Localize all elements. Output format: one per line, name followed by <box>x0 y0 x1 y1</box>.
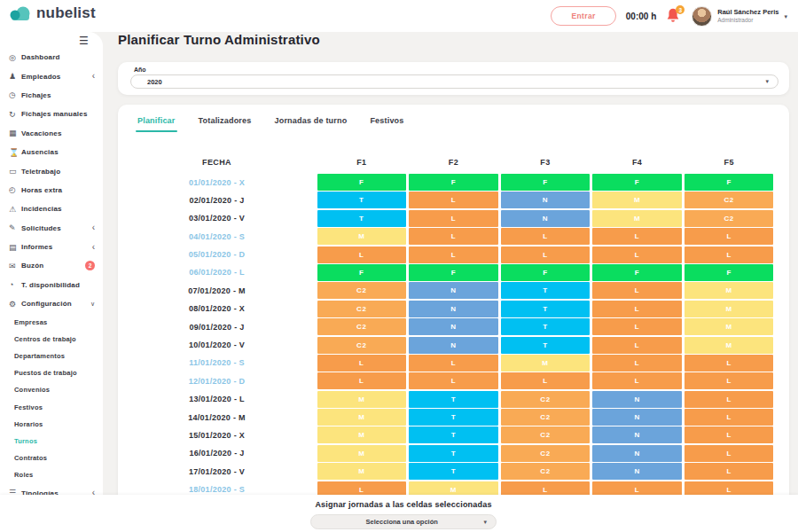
shift-cell-m[interactable]: M <box>501 355 591 372</box>
shift-cell-n[interactable]: N <box>409 301 498 317</box>
brand-logo[interactable]: nubelist <box>9 4 96 22</box>
shift-cell-c2[interactable]: C2 <box>317 282 407 299</box>
shift-cell-c2[interactable]: C2 <box>501 463 591 480</box>
shift-cell-n[interactable]: N <box>592 445 682 462</box>
shift-cell-l[interactable]: L <box>409 210 498 227</box>
shift-cell-c2[interactable]: C2 <box>501 426 591 443</box>
shift-cell-l[interactable]: L <box>685 409 774 426</box>
shift-cell-m[interactable]: M <box>685 282 774 299</box>
shift-cell-l[interactable]: L <box>685 372 774 389</box>
tab-festivos[interactable]: Festivos <box>370 116 403 125</box>
sidebar-subitem-centros-de-trabajo[interactable]: Centros de trabajo <box>0 331 103 348</box>
shift-cell-l[interactable]: L <box>501 228 591 245</box>
shift-cell-l[interactable]: L <box>592 355 682 372</box>
sidebar-item-t-disponibilidad[interactable]: ◔ T. disponibilidad <box>0 276 103 294</box>
shift-cell-l[interactable]: L <box>592 337 682 354</box>
shift-cell-l[interactable]: L <box>501 372 591 389</box>
shift-cell-n[interactable]: N <box>501 192 591 208</box>
shift-cell-t[interactable]: T <box>501 282 591 299</box>
shift-cell-l[interactable]: L <box>685 445 774 462</box>
shift-cell-c2[interactable]: C2 <box>685 192 774 208</box>
sidebar-subitem-horarios[interactable]: Horarios <box>0 416 103 433</box>
shift-cell-l[interactable]: L <box>317 246 407 263</box>
shift-cell-m[interactable]: M <box>592 192 682 208</box>
shift-cell-n[interactable]: N <box>592 409 682 426</box>
shift-cell-l[interactable]: L <box>409 372 498 389</box>
shift-cell-n[interactable]: N <box>409 282 498 299</box>
shift-cell-m[interactable]: M <box>685 318 774 335</box>
shift-cell-t[interactable]: T <box>409 426 498 443</box>
shift-cell-l[interactable]: L <box>592 282 682 299</box>
shift-cell-f[interactable]: F <box>409 174 498 191</box>
shift-cell-m[interactable]: M <box>317 409 407 426</box>
shift-cell-f[interactable]: F <box>592 174 682 191</box>
shift-cell-l[interactable]: L <box>592 372 682 389</box>
shift-cell-l[interactable]: L <box>501 246 591 263</box>
shift-cell-l[interactable]: L <box>685 463 774 480</box>
menu-toggle-icon[interactable]: ☰ <box>79 35 89 47</box>
shift-cell-l[interactable]: L <box>592 301 682 317</box>
shift-cell-c2[interactable]: C2 <box>317 337 407 354</box>
assign-select[interactable]: Selecciona una opción ▾ <box>310 514 497 529</box>
sidebar-item-buzon[interactable]: ✉ Buzón 2 <box>0 256 103 275</box>
shift-cell-l[interactable]: L <box>685 246 774 263</box>
shift-cell-f[interactable]: F <box>317 264 407 281</box>
shift-cell-c2[interactable]: C2 <box>501 409 591 426</box>
shift-cell-t[interactable]: T <box>409 409 498 426</box>
shift-cell-l[interactable]: L <box>409 246 498 263</box>
shift-cell-m[interactable]: M <box>317 445 407 462</box>
shift-cell-l[interactable]: L <box>685 355 774 372</box>
shift-cell-l[interactable]: L <box>592 228 682 245</box>
sidebar-item-configuracion[interactable]: ⚙ Configuración ∨ <box>0 294 103 313</box>
sidebar-subitem-contratos[interactable]: Contratos <box>0 450 103 466</box>
sidebar-subitem-empresas[interactable]: Empresas <box>0 313 103 330</box>
shift-cell-l[interactable]: L <box>317 355 407 372</box>
sidebar-item-incidencias[interactable]: ⚠ Incidencias <box>0 200 103 218</box>
shift-cell-l[interactable]: L <box>685 228 774 245</box>
shift-cell-m[interactable]: M <box>592 210 682 227</box>
sidebar-item-fichajes[interactable]: ◷ Fichajes <box>0 86 103 105</box>
shift-cell-c2[interactable]: C2 <box>501 445 591 462</box>
shift-cell-t[interactable]: T <box>317 210 407 227</box>
login-button[interactable]: Entrar <box>551 6 615 26</box>
shift-cell-t[interactable]: T <box>501 337 591 354</box>
year-select[interactable]: 2020 ▾ <box>130 74 778 89</box>
tab-totalizadores[interactable]: Totalizadores <box>199 116 252 125</box>
shift-cell-c2[interactable]: C2 <box>317 301 407 317</box>
tab-planificar[interactable]: Planificar <box>137 116 176 125</box>
shift-cell-m[interactable]: M <box>317 228 407 245</box>
sidebar-item-horas-extra[interactable]: ◴ Horas extra <box>0 181 103 200</box>
shift-cell-f[interactable]: F <box>592 264 682 281</box>
shift-cell-f[interactable]: F <box>685 264 774 281</box>
shift-cell-l[interactable]: L <box>685 426 774 443</box>
shift-cell-m[interactable]: M <box>317 463 407 480</box>
sidebar-item-informes[interactable]: ▤ Informes ‹ <box>0 238 103 256</box>
shift-cell-c2[interactable]: C2 <box>317 318 407 335</box>
sidebar-subitem-convenios[interactable]: Convenios <box>0 381 103 398</box>
shift-cell-l[interactable]: L <box>409 192 498 208</box>
sidebar-subitem-roles[interactable]: Roles <box>0 466 103 483</box>
sidebar-item-empleados[interactable]: ♟ Empleados ‹ <box>0 66 103 85</box>
sidebar-item-ausencias[interactable]: ⌛ Ausencias <box>0 143 103 161</box>
shift-cell-c2[interactable]: C2 <box>685 210 774 227</box>
shift-cell-l[interactable]: L <box>409 355 498 372</box>
sidebar-subitem-departamentos[interactable]: Departamentos <box>0 348 103 364</box>
shift-cell-t[interactable]: T <box>501 318 591 335</box>
shift-cell-m[interactable]: M <box>317 391 407 408</box>
sidebar-item-solicitudes[interactable]: ✎ Solicitudes ‹ <box>0 219 103 238</box>
user-menu[interactable]: Raúl Sánchez Peris Administrador ▾ <box>692 6 787 27</box>
shift-cell-t[interactable]: T <box>409 463 498 480</box>
shift-cell-n[interactable]: N <box>409 318 498 335</box>
shift-cell-l[interactable]: L <box>409 228 498 245</box>
shift-cell-f[interactable]: F <box>317 174 407 191</box>
shift-cell-t[interactable]: T <box>501 301 591 317</box>
shift-cell-m[interactable]: M <box>317 426 407 443</box>
shift-cell-m[interactable]: M <box>685 301 774 317</box>
shift-cell-l[interactable]: L <box>685 391 774 408</box>
shift-cell-l[interactable]: L <box>592 246 682 263</box>
shift-cell-m[interactable]: M <box>685 337 774 354</box>
shift-cell-l[interactable]: L <box>317 372 407 389</box>
shift-cell-n[interactable]: N <box>409 337 498 354</box>
shift-cell-f[interactable]: F <box>409 264 498 281</box>
notifications-button[interactable]: 3 <box>666 8 682 24</box>
